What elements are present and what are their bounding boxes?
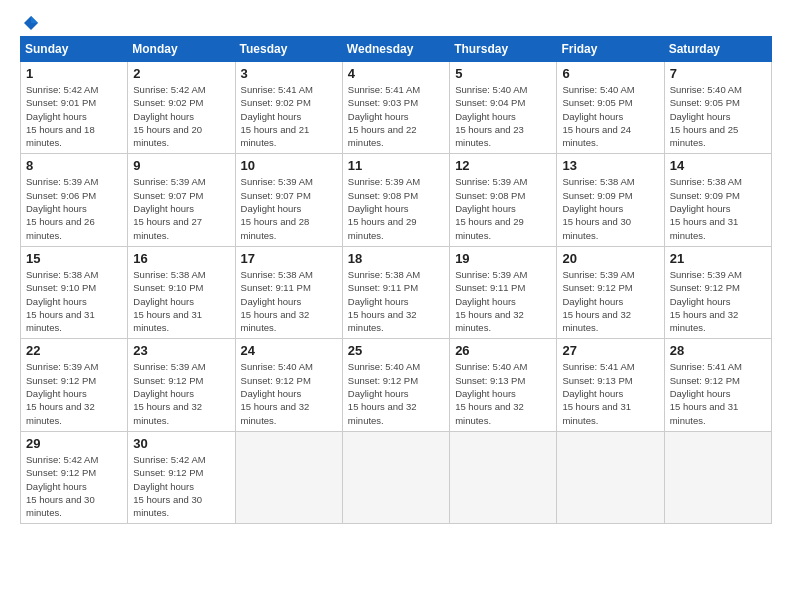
day-info: Sunrise: 5:38 AMSunset: 9:09 PMDaylight … <box>562 175 658 241</box>
day-info: Sunrise: 5:41 AMSunset: 9:13 PMDaylight … <box>562 360 658 426</box>
calendar-cell: 7Sunrise: 5:40 AMSunset: 9:05 PMDaylight… <box>664 62 771 154</box>
logo-icon <box>22 14 40 32</box>
calendar-cell: 16Sunrise: 5:38 AMSunset: 9:10 PMDayligh… <box>128 246 235 338</box>
calendar-cell: 21Sunrise: 5:39 AMSunset: 9:12 PMDayligh… <box>664 246 771 338</box>
calendar-cell: 17Sunrise: 5:38 AMSunset: 9:11 PMDayligh… <box>235 246 342 338</box>
calendar-week-1: 1Sunrise: 5:42 AMSunset: 9:01 PMDaylight… <box>21 62 772 154</box>
day-info: Sunrise: 5:40 AMSunset: 9:12 PMDaylight … <box>241 360 337 426</box>
day-number: 29 <box>26 436 122 451</box>
day-number: 8 <box>26 158 122 173</box>
day-number: 7 <box>670 66 766 81</box>
day-info: Sunrise: 5:39 AMSunset: 9:08 PMDaylight … <box>455 175 551 241</box>
calendar-week-2: 8Sunrise: 5:39 AMSunset: 9:06 PMDaylight… <box>21 154 772 246</box>
day-info: Sunrise: 5:39 AMSunset: 9:07 PMDaylight … <box>241 175 337 241</box>
day-number: 25 <box>348 343 444 358</box>
day-number: 27 <box>562 343 658 358</box>
calendar-cell: 13Sunrise: 5:38 AMSunset: 9:09 PMDayligh… <box>557 154 664 246</box>
day-number: 21 <box>670 251 766 266</box>
calendar-cell: 29Sunrise: 5:42 AMSunset: 9:12 PMDayligh… <box>21 431 128 523</box>
calendar-header-row: SundayMondayTuesdayWednesdayThursdayFrid… <box>21 37 772 62</box>
day-number: 11 <box>348 158 444 173</box>
calendar-cell: 12Sunrise: 5:39 AMSunset: 9:08 PMDayligh… <box>450 154 557 246</box>
page: SundayMondayTuesdayWednesdayThursdayFrid… <box>0 0 792 612</box>
day-info: Sunrise: 5:42 AMSunset: 9:12 PMDaylight … <box>26 453 122 519</box>
calendar-header-friday: Friday <box>557 37 664 62</box>
day-info: Sunrise: 5:41 AMSunset: 9:02 PMDaylight … <box>241 83 337 149</box>
day-info: Sunrise: 5:39 AMSunset: 9:12 PMDaylight … <box>133 360 229 426</box>
day-info: Sunrise: 5:38 AMSunset: 9:11 PMDaylight … <box>241 268 337 334</box>
day-number: 24 <box>241 343 337 358</box>
calendar-header-wednesday: Wednesday <box>342 37 449 62</box>
calendar-header-monday: Monday <box>128 37 235 62</box>
calendar-header-tuesday: Tuesday <box>235 37 342 62</box>
day-info: Sunrise: 5:40 AMSunset: 9:13 PMDaylight … <box>455 360 551 426</box>
day-info: Sunrise: 5:39 AMSunset: 9:12 PMDaylight … <box>670 268 766 334</box>
day-number: 28 <box>670 343 766 358</box>
calendar-cell: 19Sunrise: 5:39 AMSunset: 9:11 PMDayligh… <box>450 246 557 338</box>
day-number: 18 <box>348 251 444 266</box>
day-number: 30 <box>133 436 229 451</box>
day-number: 16 <box>133 251 229 266</box>
calendar-cell: 3Sunrise: 5:41 AMSunset: 9:02 PMDaylight… <box>235 62 342 154</box>
day-info: Sunrise: 5:39 AMSunset: 9:12 PMDaylight … <box>26 360 122 426</box>
calendar-cell: 30Sunrise: 5:42 AMSunset: 9:12 PMDayligh… <box>128 431 235 523</box>
calendar-cell: 4Sunrise: 5:41 AMSunset: 9:03 PMDaylight… <box>342 62 449 154</box>
day-info: Sunrise: 5:39 AMSunset: 9:07 PMDaylight … <box>133 175 229 241</box>
calendar-body: 1Sunrise: 5:42 AMSunset: 9:01 PMDaylight… <box>21 62 772 524</box>
day-number: 10 <box>241 158 337 173</box>
day-info: Sunrise: 5:39 AMSunset: 9:08 PMDaylight … <box>348 175 444 241</box>
day-number: 22 <box>26 343 122 358</box>
calendar-week-4: 22Sunrise: 5:39 AMSunset: 9:12 PMDayligh… <box>21 339 772 431</box>
calendar-cell <box>235 431 342 523</box>
day-info: Sunrise: 5:42 AMSunset: 9:12 PMDaylight … <box>133 453 229 519</box>
day-info: Sunrise: 5:38 AMSunset: 9:09 PMDaylight … <box>670 175 766 241</box>
calendar-cell: 9Sunrise: 5:39 AMSunset: 9:07 PMDaylight… <box>128 154 235 246</box>
calendar-header-sunday: Sunday <box>21 37 128 62</box>
day-number: 26 <box>455 343 551 358</box>
day-info: Sunrise: 5:41 AMSunset: 9:03 PMDaylight … <box>348 83 444 149</box>
day-number: 19 <box>455 251 551 266</box>
calendar-header-saturday: Saturday <box>664 37 771 62</box>
calendar-cell <box>450 431 557 523</box>
day-number: 14 <box>670 158 766 173</box>
day-info: Sunrise: 5:38 AMSunset: 9:10 PMDaylight … <box>133 268 229 334</box>
calendar-cell: 15Sunrise: 5:38 AMSunset: 9:10 PMDayligh… <box>21 246 128 338</box>
calendar-cell: 23Sunrise: 5:39 AMSunset: 9:12 PMDayligh… <box>128 339 235 431</box>
day-number: 3 <box>241 66 337 81</box>
day-info: Sunrise: 5:39 AMSunset: 9:12 PMDaylight … <box>562 268 658 334</box>
day-info: Sunrise: 5:40 AMSunset: 9:05 PMDaylight … <box>562 83 658 149</box>
day-number: 20 <box>562 251 658 266</box>
day-number: 17 <box>241 251 337 266</box>
day-number: 1 <box>26 66 122 81</box>
day-info: Sunrise: 5:39 AMSunset: 9:06 PMDaylight … <box>26 175 122 241</box>
day-number: 13 <box>562 158 658 173</box>
calendar-week-5: 29Sunrise: 5:42 AMSunset: 9:12 PMDayligh… <box>21 431 772 523</box>
calendar-cell <box>664 431 771 523</box>
calendar-cell: 2Sunrise: 5:42 AMSunset: 9:02 PMDaylight… <box>128 62 235 154</box>
calendar-cell <box>557 431 664 523</box>
calendar-cell: 25Sunrise: 5:40 AMSunset: 9:12 PMDayligh… <box>342 339 449 431</box>
day-number: 15 <box>26 251 122 266</box>
day-info: Sunrise: 5:42 AMSunset: 9:02 PMDaylight … <box>133 83 229 149</box>
calendar-cell: 11Sunrise: 5:39 AMSunset: 9:08 PMDayligh… <box>342 154 449 246</box>
day-number: 2 <box>133 66 229 81</box>
calendar-cell: 18Sunrise: 5:38 AMSunset: 9:11 PMDayligh… <box>342 246 449 338</box>
day-number: 23 <box>133 343 229 358</box>
day-info: Sunrise: 5:39 AMSunset: 9:11 PMDaylight … <box>455 268 551 334</box>
day-info: Sunrise: 5:42 AMSunset: 9:01 PMDaylight … <box>26 83 122 149</box>
calendar-cell: 14Sunrise: 5:38 AMSunset: 9:09 PMDayligh… <box>664 154 771 246</box>
calendar-cell: 26Sunrise: 5:40 AMSunset: 9:13 PMDayligh… <box>450 339 557 431</box>
calendar-cell: 22Sunrise: 5:39 AMSunset: 9:12 PMDayligh… <box>21 339 128 431</box>
calendar-cell: 24Sunrise: 5:40 AMSunset: 9:12 PMDayligh… <box>235 339 342 431</box>
calendar-cell: 8Sunrise: 5:39 AMSunset: 9:06 PMDaylight… <box>21 154 128 246</box>
calendar-cell <box>342 431 449 523</box>
day-info: Sunrise: 5:40 AMSunset: 9:05 PMDaylight … <box>670 83 766 149</box>
logo <box>20 18 40 26</box>
calendar-cell: 5Sunrise: 5:40 AMSunset: 9:04 PMDaylight… <box>450 62 557 154</box>
calendar-cell: 27Sunrise: 5:41 AMSunset: 9:13 PMDayligh… <box>557 339 664 431</box>
day-number: 4 <box>348 66 444 81</box>
day-number: 5 <box>455 66 551 81</box>
calendar-table: SundayMondayTuesdayWednesdayThursdayFrid… <box>20 36 772 524</box>
calendar-week-3: 15Sunrise: 5:38 AMSunset: 9:10 PMDayligh… <box>21 246 772 338</box>
header <box>20 18 772 26</box>
